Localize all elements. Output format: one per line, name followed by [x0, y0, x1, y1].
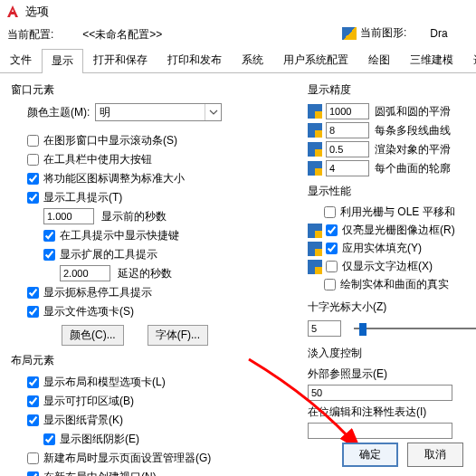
footer-buttons: 确定 取消	[342, 443, 463, 467]
chk-big-buttons[interactable]	[27, 154, 39, 166]
chk-hover-tip[interactable]	[27, 287, 39, 299]
seconds-before-label: 显示前的秒数	[101, 208, 167, 224]
chk-file-tabs-label: 显示文件选项卡(S)	[43, 303, 134, 319]
precision-icon	[308, 142, 322, 157]
color-theme-row: 颜色主题(M): 明	[27, 103, 308, 121]
chk-ribbon-std-label: 将功能区图标调整为标准大小	[43, 170, 185, 186]
precision-icon	[308, 161, 322, 176]
delay-seconds-input[interactable]: 2.000	[60, 265, 110, 281]
ok-button[interactable]: 确定	[342, 443, 398, 467]
chk-tooltips[interactable]	[27, 192, 39, 204]
tab-plot[interactable]: 打印和发布	[157, 48, 232, 72]
chk-ext-tip[interactable]	[43, 249, 55, 261]
chk-ext-tip-label: 显示扩展的工具提示	[60, 246, 157, 262]
chk-ribbon-std[interactable]	[27, 173, 39, 185]
color-theme-select[interactable]: 明	[95, 103, 222, 121]
chk-ole[interactable]	[324, 206, 336, 218]
delay-seconds-label: 延迟的秒数	[118, 265, 172, 281]
chevron-down-icon	[205, 104, 221, 120]
fonts-button[interactable]: 字体(F)...	[148, 325, 208, 346]
chk-raster-frame[interactable]	[326, 224, 338, 236]
color-theme-label: 颜色主题(M):	[27, 104, 90, 120]
right-column: 显示精度 1000圆弧和圆的平滑 8每条多段线曲线 0.5渲染对象的平滑 4每个…	[308, 81, 476, 476]
chk-scrollbars[interactable]	[27, 135, 39, 147]
app-logo-icon	[5, 5, 20, 19]
polyline-label: 每条多段线曲线	[375, 123, 451, 138]
current-drawing-label: 当前图形:	[360, 25, 406, 41]
color-font-buttons: 颜色(C)... 字体(F)...	[62, 325, 308, 346]
crosshair-title: 十字光标大小(Z)	[308, 300, 476, 315]
surface-label: 每个曲面的轮廓	[375, 161, 451, 176]
tab-selection[interactable]: 选择集	[463, 48, 476, 72]
chk-hover-tip-label: 显示扼标悬停工具提示	[43, 284, 152, 300]
chk-scrollbars-label: 在图形窗口中显示滚动条(S)	[43, 132, 177, 148]
display-perf-title: 显示性能	[308, 184, 476, 199]
chk-solid-fill-label: 应用实体填充(Y)	[342, 241, 422, 256]
perf-icon	[308, 260, 322, 274]
current-drawing: 当前图形: Dra	[342, 25, 448, 41]
drawing-icon	[342, 27, 357, 40]
chk-paper-shadow-label: 显示图纸阴影(E)	[60, 431, 139, 447]
arc-smooth-label: 圆弧和圆的平滑	[375, 104, 451, 119]
chk-draw-true[interactable]	[324, 279, 336, 290]
chk-layout-model-label: 显示布局和模型选项卡(L)	[43, 374, 166, 390]
chk-paper-shadow[interactable]	[43, 433, 55, 445]
chk-printable[interactable]	[27, 395, 39, 407]
polyline-input[interactable]: 8	[326, 122, 369, 138]
layout-elements-title: 布局元素	[11, 353, 308, 368]
display-precision-title: 显示精度	[308, 82, 476, 98]
title-bar: 选项	[0, 0, 476, 22]
chk-draw-true-label: 绘制实体和曲面的真实	[340, 277, 449, 292]
chk-shortcut[interactable]	[43, 230, 55, 242]
surface-input[interactable]: 4	[326, 160, 369, 176]
chk-solid-fill[interactable]	[326, 243, 338, 254]
tab-file[interactable]: 文件	[0, 48, 42, 72]
tab-bar: 文件 显示 打开和保存 打印和发布 系统 用户系统配置 绘图 三维建模 选择集	[0, 48, 476, 73]
chk-ole-label: 利用光栅与 OLE 平移和	[340, 205, 455, 220]
chk-tooltips-label: 显示工具提示(T)	[43, 189, 122, 205]
panel-area: 窗口元素 颜色主题(M): 明 在图形窗口中显示滚动条(S) 在工具栏中使用大按…	[0, 73, 476, 476]
xref-input[interactable]: 50	[308, 385, 452, 401]
tab-user-pref[interactable]: 用户系统配置	[273, 48, 358, 72]
arc-smooth-input[interactable]: 1000	[326, 103, 369, 119]
cancel-button[interactable]: 取消	[407, 443, 463, 467]
inplace-label: 在位编辑和注释性表达(I)	[308, 405, 476, 420]
crosshair-slider[interactable]	[354, 322, 476, 335]
chk-text-frame[interactable]	[326, 261, 338, 272]
inplace-input[interactable]	[308, 423, 452, 439]
chk-layout-model[interactable]	[27, 376, 39, 388]
tab-3d[interactable]: 三维建模	[400, 48, 463, 72]
chk-printable-label: 显示可打印区域(B)	[43, 393, 134, 409]
current-profile-value: <<未命名配置>>	[82, 27, 162, 43]
chk-page-setup[interactable]	[27, 452, 39, 464]
colors-button[interactable]: 颜色(C)...	[62, 325, 124, 346]
precision-icon	[308, 104, 322, 119]
chk-file-tabs[interactable]	[27, 306, 39, 318]
chk-paper-bg-label: 显示图纸背景(K)	[43, 412, 123, 428]
window-elements-title: 窗口元素	[11, 82, 308, 98]
render-smooth-input[interactable]: 0.5	[326, 141, 369, 157]
chk-paper-bg[interactable]	[27, 414, 39, 426]
current-profile-label: 当前配置:	[7, 27, 53, 43]
chk-viewport-label: 在新布局中创建视口(N)	[43, 469, 157, 476]
tab-system[interactable]: 系统	[232, 48, 273, 72]
perf-icon	[308, 242, 322, 256]
chk-raster-frame-label: 仅亮显光栅图像边框(R)	[342, 223, 455, 238]
fade-title: 淡入度控制	[308, 346, 476, 361]
chk-big-buttons-label: 在工具栏中使用大按钮	[43, 151, 152, 167]
precision-icon	[308, 123, 322, 138]
tab-open-save[interactable]: 打开和保存	[83, 48, 157, 72]
xref-label: 外部参照显示(E)	[308, 367, 476, 382]
window-title: 选项	[25, 4, 49, 20]
chk-page-setup-label: 新建布局时显示页面设置管理器(G)	[43, 450, 211, 466]
crosshair-input[interactable]: 5	[308, 320, 341, 337]
tab-drafting[interactable]: 绘图	[358, 48, 400, 72]
left-column: 窗口元素 颜色主题(M): 明 在图形窗口中显示滚动条(S) 在工具栏中使用大按…	[11, 81, 308, 476]
color-theme-value: 明	[100, 104, 110, 120]
chk-shortcut-label: 在工具提示中显示快捷键	[60, 227, 179, 243]
seconds-before-input[interactable]: 1.000	[43, 208, 94, 224]
chk-viewport[interactable]	[27, 471, 39, 477]
current-drawing-value: Dra	[430, 27, 447, 40]
tab-display[interactable]: 显示	[42, 49, 83, 73]
render-smooth-label: 渲染对象的平滑	[375, 142, 451, 157]
